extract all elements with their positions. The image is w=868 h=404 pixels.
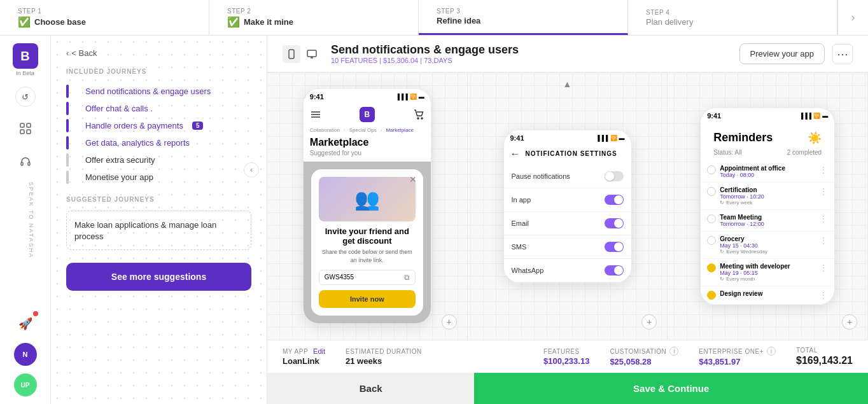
page-title: Send notifications & engage users: [331, 43, 519, 57]
edit-app-link[interactable]: Edit: [313, 347, 325, 355]
see-more-suggestions-button[interactable]: See more suggestions: [66, 263, 251, 291]
reminder-2-checkbox[interactable]: [707, 187, 716, 196]
journey-item-6[interactable]: Monetise your app: [75, 169, 251, 186]
reminder-item-2: Certification Tomorrow · 10:20 ↻ Every w…: [701, 183, 834, 210]
screen2-header: ← NOTIFICATION SETTINGS: [504, 143, 631, 165]
customisation-info-icon[interactable]: i: [669, 347, 678, 356]
topbar-left: Send notifications & engage users 10 FEA…: [283, 43, 519, 64]
step-1-number: STEP 1: [18, 8, 86, 15]
modal-code-field: GWS4355 ⧉: [319, 270, 416, 285]
modal-close-button[interactable]: ✕: [409, 174, 417, 185]
screen3-filter-row: Status: All 2 completed: [707, 146, 828, 158]
screen1-header: B: [304, 102, 431, 127]
add-screen-1-button[interactable]: +: [442, 314, 457, 330]
step-3-number: STEP 3: [437, 8, 480, 15]
reminder-3-menu[interactable]: ⋮: [819, 214, 828, 224]
journey-item-1[interactable]: Send notifications & engage users: [75, 83, 251, 100]
reminder-1-menu[interactable]: ⋮: [819, 165, 828, 175]
screen1-status-icons: ▐▐▐ 🛜 ▬: [396, 94, 424, 100]
headset-icon-btn[interactable]: [14, 150, 37, 173]
screen2-back-button[interactable]: ←: [510, 148, 521, 160]
step-3[interactable]: STEP 3 Refine idea: [419, 0, 628, 35]
screen1-title: Marketplace: [304, 137, 431, 150]
reminder-6-checkbox[interactable]: [707, 291, 716, 300]
reminder-5-info: Meeting with developer May 19 · 05:15 ↻ …: [720, 263, 815, 282]
notif-whatsapp-toggle[interactable]: [605, 265, 624, 275]
rocket-badge: [33, 311, 38, 316]
copy-icon[interactable]: ⧉: [404, 273, 410, 282]
journey-item-5[interactable]: Offer extra security: [75, 151, 251, 169]
collapse-panel-button[interactable]: ‹: [244, 162, 259, 178]
more-options-button[interactable]: ⋯: [832, 44, 853, 64]
notif-sms-toggle[interactable]: [605, 242, 624, 252]
journey-panel: ‹ ‹ < Back INCLUDED JOURNEYS Send: [51, 36, 267, 404]
reminder-5-recur: ↻ Every month: [720, 276, 815, 282]
reminder-item-3: Team Meeting Tomorrow · 12:00 ⋮: [701, 210, 834, 232]
reminder-6-menu[interactable]: ⋮: [819, 290, 828, 300]
journey-item-2[interactable]: Offer chat & calls .: [75, 100, 251, 117]
step-1[interactable]: STEP 1 ✅ Choose base: [0, 0, 209, 35]
stepper-chevron-icon: ›: [851, 11, 855, 24]
step-2[interactable]: STEP 2 ✅ Make it mine: [209, 0, 419, 35]
phone-status-1: 9:41 ▐▐▐ 🛜 ▬: [304, 89, 431, 102]
user-avatar[interactable]: N: [14, 343, 37, 366]
step-2-number: STEP 2: [227, 8, 293, 15]
reminder-4-time: May 15 · 04:30: [720, 242, 815, 249]
enterprise-meta-group: ENTERPRISE ONE+ i $43,851.97: [699, 347, 776, 366]
reminder-item-5: Meeting with developer May 19 · 05:15 ↻ …: [701, 259, 834, 286]
desktop-view-icon[interactable]: [303, 45, 321, 63]
battery-icon: ▬: [419, 94, 424, 100]
notif-inapp-toggle[interactable]: [605, 195, 624, 205]
signal-icon3: ▐▐▐: [799, 113, 811, 119]
reminder-1-checkbox[interactable]: [707, 165, 716, 174]
journey-items-list: Send notifications & engage users Offer …: [69, 83, 251, 186]
grid-icon-btn[interactable]: [14, 117, 37, 140]
enterprise-value: $43,851.97: [699, 357, 776, 366]
reminder-item-4: Grocery May 15 · 04:30 ↻ Every Wednesday…: [701, 232, 834, 259]
screen-3-wrapper: 9:41 ▐▐▐ 🛜 ▬ Reminders ☀️ St: [668, 73, 868, 340]
back-button[interactable]: Back: [267, 373, 474, 404]
add-screen-2-button[interactable]: +: [641, 314, 657, 330]
screen-1-wrapper: 9:41 ▐▐▐ 🛜 ▬ B: [267, 73, 468, 340]
journey-item-3[interactable]: Handle orders & payments 5: [75, 117, 251, 134]
phone-status-3: 9:41 ▐▐▐ 🛜 ▬: [701, 108, 834, 121]
reminder-1-title: Appointment at office: [720, 165, 815, 172]
screen2-time: 9:41: [510, 134, 524, 142]
bottom-bar: MY APP Edit LoanLink ESTIMATED DURATION …: [267, 340, 868, 404]
grid-icon: [19, 122, 32, 135]
journey-item-2-label: Offer chat & calls .: [85, 104, 153, 113]
reminder-4-menu[interactable]: ⋮: [819, 235, 828, 246]
preview-app-button[interactable]: Preview your app: [739, 43, 825, 64]
logo[interactable]: B: [13, 43, 38, 69]
reminder-2-menu[interactable]: ⋮: [819, 186, 828, 197]
notif-email-toggle[interactable]: [605, 218, 624, 228]
reminder-5-checkbox[interactable]: [707, 263, 716, 272]
save-continue-button[interactable]: Save & Continue: [474, 373, 868, 404]
content-topbar: Send notifications & engage users 10 FEA…: [267, 36, 868, 73]
undo-button[interactable]: ↺: [15, 87, 36, 107]
rocket-button[interactable]: 🚀: [14, 312, 37, 335]
notif-email-label: Email: [512, 219, 529, 227]
reminder-3-checkbox[interactable]: [707, 214, 716, 223]
screen3-filter[interactable]: Status: All: [713, 149, 741, 156]
step-4[interactable]: STEP 4 Plan delivery: [628, 0, 837, 35]
mobile-view-icon[interactable]: [283, 45, 300, 63]
notif-pause-toggle[interactable]: [605, 171, 624, 181]
phone-frame-1: 9:41 ▐▐▐ 🛜 ▬ B: [304, 89, 431, 323]
rocket-icon: 🚀: [18, 317, 32, 331]
journey-item-4[interactable]: Get data, analytics & reports: [75, 134, 251, 151]
reminder-4-checkbox[interactable]: [707, 236, 716, 245]
sun-icon: ☀️: [808, 131, 822, 145]
page-subtitle: 10 FEATURES | $15,306.04 | 73,DAYS: [331, 57, 519, 64]
svg-rect-1: [27, 123, 31, 127]
scroll-up-arrow[interactable]: ▲: [563, 79, 572, 89]
screen3-status-icons: ▐▐▐ 🛜 ▬: [799, 113, 828, 119]
add-screen-3-button[interactable]: +: [842, 314, 857, 330]
reminder-5-menu[interactable]: ⋮: [819, 263, 828, 273]
enterprise-info-icon[interactable]: i: [767, 347, 776, 356]
invite-now-button[interactable]: Invite now: [319, 290, 416, 308]
back-link[interactable]: ‹ < Back: [66, 48, 251, 58]
upgrade-button[interactable]: UP: [14, 373, 37, 396]
suggested-item-1[interactable]: Make loan applications & manage loan pro…: [66, 211, 251, 250]
svg-point-13: [417, 118, 419, 119]
